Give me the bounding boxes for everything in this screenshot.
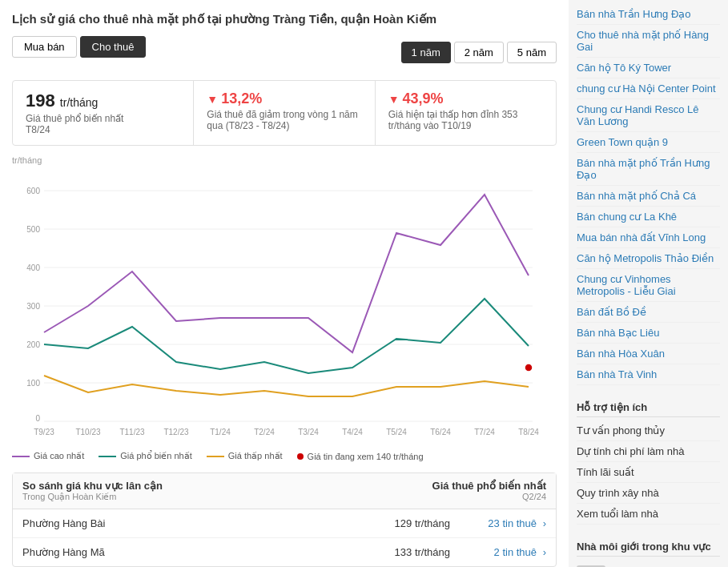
stat-decrease: ▼ 13,2% Giá thuê đã giảm trong vòng 1 nă… bbox=[194, 81, 375, 145]
sidebar-link-0[interactable]: Bán nhà Trần Hưng Đạo bbox=[577, 4, 720, 25]
stat-price-label: Giá thuê phổ biến nhấtT8/24 bbox=[26, 113, 180, 135]
sidebar-link-11[interactable]: Chung cư Vinhomes Metropolis - Liễu Giai bbox=[577, 269, 720, 302]
svg-text:400: 400 bbox=[26, 263, 40, 272]
utility-link-3[interactable]: Quy trình xây nhà bbox=[577, 483, 720, 504]
svg-text:T2/24: T2/24 bbox=[254, 428, 275, 436]
svg-text:T5/24: T5/24 bbox=[386, 428, 407, 436]
comp-count-1[interactable]: 2 tin thuê › bbox=[450, 546, 546, 558]
utility-section: Hỗ trợ tiện ích Tư vấn phong thủy Dự tín… bbox=[577, 396, 720, 525]
chart-area: tr/tháng 600 500 400 300 200 100 0 T9/23… bbox=[12, 155, 557, 441]
stat-below-peak-value: ▼ 43,9% bbox=[388, 90, 543, 107]
svg-text:T8/24: T8/24 bbox=[518, 428, 539, 436]
comparison-sub-title: Trong Quận Hoàn Kiếm bbox=[22, 492, 432, 502]
sidebar-link-10[interactable]: Căn hộ Metropolis Thảo Điền bbox=[577, 248, 720, 269]
comparison-row: Phường Hàng Bài 129 tr/tháng 23 tin thuê… bbox=[13, 509, 556, 538]
svg-text:T6/24: T6/24 bbox=[430, 428, 451, 436]
comp-count-0[interactable]: 23 tin thuê › bbox=[450, 517, 546, 529]
time-btn-5year[interactable]: 5 năm bbox=[507, 42, 557, 63]
tab-rent[interactable]: Cho thuê bbox=[80, 36, 147, 58]
svg-text:T4/24: T4/24 bbox=[342, 428, 363, 436]
comparison-row: Phường Hàng Mã 133 tr/tháng 2 tin thuê › bbox=[13, 538, 556, 566]
legend-high: Giá cao nhất bbox=[12, 451, 84, 461]
sidebar-link-3[interactable]: chung cư Hà Nội Center Point bbox=[577, 78, 720, 99]
svg-text:600: 600 bbox=[26, 187, 40, 195]
utility-link-1[interactable]: Dự tính chi phí làm nhà bbox=[577, 441, 720, 462]
sidebar-link-5[interactable]: Green Town quận 9 bbox=[577, 132, 720, 153]
time-btn-1year[interactable]: 1 năm bbox=[401, 42, 451, 63]
stats-row: 198 tr/tháng Giá thuê phổ biến nhấtT8/24… bbox=[12, 80, 557, 146]
price-chart: 600 500 400 300 200 100 0 T9/23 T10/23 T… bbox=[12, 167, 541, 439]
comparison-header: So sánh giá khu vực lân cận Trong Quận H… bbox=[13, 473, 556, 509]
legend-low: Giá thấp nhất bbox=[207, 451, 283, 461]
sidebar-link-15[interactable]: Bán nhà Trà Vinh bbox=[577, 364, 720, 385]
utility-link-4[interactable]: Xem tuổi làm nhà bbox=[577, 504, 720, 525]
comp-price-0: 129 tr/tháng bbox=[354, 517, 450, 529]
stat-price-value: 198 tr/tháng bbox=[26, 90, 180, 111]
yaxis-label: tr/tháng bbox=[12, 155, 557, 165]
comp-name-1: Phường Hàng Mã bbox=[22, 546, 354, 558]
sidebar-link-14[interactable]: Bán nhà Hòa Xuân bbox=[577, 344, 720, 364]
utility-link-0[interactable]: Tư vấn phong thủy bbox=[577, 420, 720, 441]
time-btn-2year[interactable]: 2 năm bbox=[454, 42, 504, 63]
stat-below-peak-label: Giá hiện tại thấp hơn đỉnh 353 tr/tháng … bbox=[388, 109, 543, 131]
comp-name-0: Phường Hàng Bài bbox=[22, 517, 354, 529]
stat-price: 198 tr/tháng Giá thuê phổ biến nhấtT8/24 bbox=[13, 81, 194, 145]
utility-link-2[interactable]: Tính lãi suất bbox=[577, 462, 720, 483]
sidebar-link-1[interactable]: Cho thuê nhà mặt phố Hàng Gai bbox=[577, 25, 720, 58]
sidebar-link-12[interactable]: Bán đất Bồ Đề bbox=[577, 302, 720, 323]
legend-mid: Giá phổ biến nhất bbox=[99, 451, 192, 461]
chart-legend: Giá cao nhất Giá phổ biến nhất Giá thấp … bbox=[12, 451, 557, 461]
stat-below-peak: ▼ 43,9% Giá hiện tại thấp hơn đỉnh 353 t… bbox=[376, 81, 556, 145]
comparison-col-period: Q2/24 bbox=[432, 492, 546, 501]
tab-buy[interactable]: Mua bán bbox=[12, 36, 77, 58]
sidebar-links-section: Bán nhà Trần Hưng Đạo Cho thuê nhà mặt p… bbox=[577, 4, 720, 385]
broker-section: Nhà môi giới trong khu vực img Công Ty T… bbox=[577, 536, 720, 567]
stat-decrease-label: Giá thuê đã giảm trong vòng 1 năm qua (T… bbox=[207, 109, 361, 131]
svg-text:T1/24: T1/24 bbox=[210, 428, 231, 436]
comparison-section-title: So sánh giá khu vực lân cận bbox=[22, 480, 432, 492]
broker-item-0: img Công Ty TNHH Thương Mại và Dịch Vụ L… bbox=[577, 561, 720, 567]
svg-text:500: 500 bbox=[26, 225, 40, 234]
utility-title: Hỗ trợ tiện ích bbox=[577, 396, 720, 417]
comparison-col-price: Giá thuê phổ biến nhất bbox=[432, 480, 546, 492]
sidebar-link-2[interactable]: Căn hộ Tô Ký Tower bbox=[577, 58, 720, 78]
broker-title: Nhà môi giới trong khu vực bbox=[577, 536, 720, 557]
svg-text:T11/23: T11/23 bbox=[119, 428, 145, 436]
sidebar: Bán nhà Trần Hưng Đạo Cho thuê nhà mặt p… bbox=[569, 0, 728, 567]
stat-decrease-value: ▼ 13,2% bbox=[207, 90, 361, 107]
svg-point-26 bbox=[525, 364, 533, 372]
svg-text:200: 200 bbox=[26, 340, 40, 349]
sidebar-link-9[interactable]: Mua bán nhà đất Vĩnh Long bbox=[577, 227, 720, 248]
sidebar-link-13[interactable]: Bán nhà Bạc Liêu bbox=[577, 323, 720, 344]
svg-text:100: 100 bbox=[26, 379, 40, 388]
svg-text:300: 300 bbox=[26, 302, 40, 311]
comp-price-1: 133 tr/tháng bbox=[354, 546, 450, 558]
sidebar-link-4[interactable]: Chung cư Handi Resco Lê Văn Lương bbox=[577, 99, 720, 132]
svg-text:0: 0 bbox=[35, 414, 40, 423]
svg-text:T7/24: T7/24 bbox=[474, 428, 495, 436]
svg-text:T10/23: T10/23 bbox=[75, 428, 101, 436]
page-title: Lịch sử giá cho thuê nhà mặt phố tại phư… bbox=[12, 12, 557, 26]
sidebar-link-6[interactable]: Bán nhà mặt phố Trần Hưng Đạo bbox=[577, 153, 720, 186]
svg-text:T12/23: T12/23 bbox=[163, 428, 189, 436]
sidebar-link-7[interactable]: Bán nhà mặt phố Chả Cá bbox=[577, 186, 720, 207]
svg-text:T9/23: T9/23 bbox=[34, 428, 54, 436]
svg-text:T3/24: T3/24 bbox=[298, 428, 319, 436]
legend-current: Giá tin đang xem 140 tr/tháng bbox=[297, 452, 424, 461]
comparison-table: So sánh giá khu vực lân cận Trong Quận H… bbox=[12, 472, 557, 567]
sidebar-link-8[interactable]: Bán chung cư La Khê bbox=[577, 207, 720, 227]
